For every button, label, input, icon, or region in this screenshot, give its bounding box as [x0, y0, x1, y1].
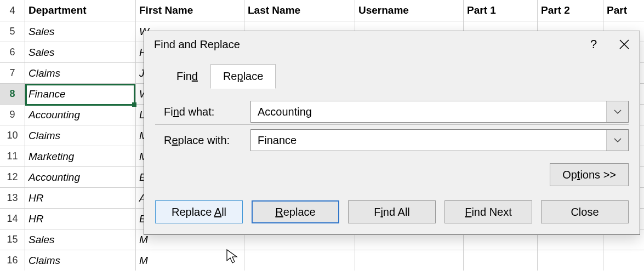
row-header[interactable]: 7 [0, 62, 25, 83]
tab-find-label: Find [176, 70, 198, 82]
dialog-title: Find and Replace [154, 38, 240, 51]
cell[interactable] [538, 250, 603, 271]
row-header[interactable]: 14 [0, 208, 25, 229]
row-header[interactable]: 6 [0, 42, 25, 62]
row-header[interactable]: 5 [0, 21, 25, 42]
find-what-dropdown-button[interactable] [606, 101, 628, 122]
col-header-department[interactable]: Department [25, 0, 136, 21]
replace-all-label: Replace All [172, 206, 226, 219]
col-header-part2[interactable]: Part 2 [538, 0, 603, 21]
find-what-combo [250, 101, 629, 123]
find-all-label: Find All [374, 206, 410, 219]
replace-button[interactable]: Replace [252, 200, 339, 223]
find-what-label: Find what: [164, 106, 250, 118]
row-header[interactable]: 8 [0, 83, 25, 104]
close-button[interactable]: Close [541, 200, 629, 223]
find-next-label: Find Next [465, 206, 512, 219]
replace-with-dropdown-button[interactable] [606, 130, 628, 151]
options-label: Options >> [562, 169, 616, 181]
cell-department[interactable]: Accounting [25, 104, 136, 125]
cell-department[interactable]: HR [25, 187, 136, 208]
tab-replace[interactable]: Replace [210, 64, 276, 89]
cell[interactable] [464, 250, 538, 271]
options-button[interactable]: Options >> [550, 163, 629, 186]
replace-with-combo [250, 129, 629, 151]
cell[interactable] [603, 250, 644, 271]
cell-department[interactable]: Marketing [25, 146, 136, 166]
find-next-button[interactable]: Find Next [444, 200, 532, 223]
replace-all-button[interactable]: Replace All [155, 200, 243, 223]
replace-with-input[interactable] [251, 130, 606, 151]
cell-department[interactable]: Claims [25, 62, 136, 83]
row-header[interactable]: 11 [0, 146, 25, 166]
col-header-part3[interactable]: Part [603, 0, 644, 21]
row-header[interactable]: 4 [0, 0, 25, 21]
close-label: Close [571, 206, 599, 219]
find-all-button[interactable]: Find All [348, 200, 436, 223]
row-header[interactable]: 9 [0, 104, 25, 125]
dialog-titlebar[interactable]: Find and Replace ? [144, 31, 640, 58]
cell-department[interactable]: Claims [25, 250, 136, 271]
cell-department[interactable]: HR [25, 208, 136, 229]
row-header[interactable]: 15 [0, 229, 25, 250]
cell-department[interactable]: Finance [25, 83, 136, 104]
replace-with-label: Replace with: [164, 134, 250, 147]
find-what-input[interactable] [251, 101, 606, 122]
cell-department[interactable]: Sales [25, 229, 136, 250]
chevron-down-icon [614, 109, 622, 114]
cell-department[interactable]: Sales [25, 21, 136, 42]
col-header-part1[interactable]: Part 1 [464, 0, 538, 21]
cell-department[interactable]: Claims [25, 125, 136, 146]
close-icon[interactable] [609, 31, 640, 58]
chevron-down-icon [614, 137, 622, 143]
cell-firstname[interactable]: M [136, 250, 244, 271]
cell-department[interactable]: Accounting [25, 166, 136, 187]
cell[interactable] [244, 250, 355, 271]
col-header-username[interactable]: Username [355, 0, 464, 21]
help-button[interactable]: ? [578, 31, 609, 58]
tab-find[interactable]: Find [164, 64, 210, 89]
tab-replace-label: Replace [223, 70, 263, 82]
col-header-firstname[interactable]: First Name [136, 0, 244, 21]
row-header[interactable]: 13 [0, 187, 25, 208]
table-row: 16 Claims M [0, 250, 644, 271]
row-header[interactable]: 16 [0, 250, 25, 271]
row-header[interactable]: 12 [0, 166, 25, 187]
col-header-lastname[interactable]: Last Name [244, 0, 355, 21]
cell-department[interactable]: Sales [25, 42, 136, 62]
replace-label: Replace [275, 206, 315, 219]
find-replace-dialog: Find and Replace ? Find Replace Find wha… [144, 31, 640, 235]
row-header[interactable]: 10 [0, 125, 25, 146]
cell[interactable] [355, 250, 464, 271]
